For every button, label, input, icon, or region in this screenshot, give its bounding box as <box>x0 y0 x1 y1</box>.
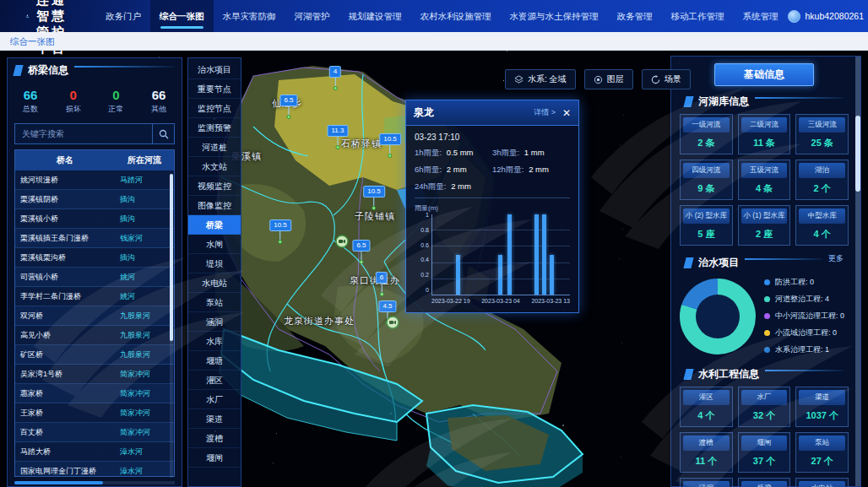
rain-metric: 6h雨量: 2 mm <box>415 165 492 176</box>
user-menu[interactable]: hkub42080261 ▼ <box>788 10 868 23</box>
table-row[interactable]: 栗溪镇栗沟桥 插沟 <box>15 248 174 268</box>
water-system-select[interactable]: 水系: 全域 <box>505 69 576 89</box>
nav-item[interactable]: 水资源与水土保持管理 <box>501 0 608 32</box>
close-icon[interactable]: ✕ <box>562 108 571 118</box>
river-name: 插沟 <box>115 214 174 225</box>
popup-detail-link[interactable]: 详情 > <box>534 107 556 118</box>
water-level-marker[interactable]: 6.5 <box>279 95 297 119</box>
section-accent <box>13 65 23 76</box>
table-row[interactable]: 栗溪镇阴桥 插沟 <box>15 190 174 209</box>
chart-y-ticks: 10.80.60.40.20 <box>415 212 431 293</box>
search-button[interactable] <box>152 124 174 143</box>
layer-toggle-button[interactable]: 图层 <box>584 69 633 89</box>
nav-item[interactable]: 农村水利设施管理 <box>411 0 501 32</box>
layer-menu-item[interactable]: 治水项目 <box>188 60 241 79</box>
water-level-marker[interactable]: 4 <box>329 66 341 90</box>
bridge-name: 吴家湾1号桥 <box>15 369 115 380</box>
nav-item[interactable]: 政务门户 <box>96 0 150 32</box>
layer-menu-item[interactable]: 堤坝 <box>188 254 241 273</box>
bridge-name: 矿区桥 <box>15 349 115 360</box>
nav-item[interactable]: 政务管理 <box>608 0 662 32</box>
table-row[interactable]: 姚河坝漫桥 马踏河 <box>15 170 174 190</box>
nav-item[interactable]: 移动工作管理 <box>662 0 734 32</box>
nav-item[interactable]: 系统管理 <box>734 0 788 32</box>
table-row[interactable]: 王家桥 简家冲河 <box>15 403 174 423</box>
layer-menu-item[interactable]: 水库 <box>188 332 241 351</box>
nav-item[interactable]: 规划建设管理 <box>339 0 411 32</box>
layer-menu-item[interactable]: 渠道 <box>188 409 241 429</box>
water-level-marker[interactable]: 10.5 <box>269 219 291 244</box>
map-controls: 水系: 全域 图层 场景 <box>505 69 691 89</box>
layer-menu-item[interactable]: 视频监控 <box>188 176 241 196</box>
table-row[interactable]: 吴家湾1号桥 简家冲河 <box>15 365 174 384</box>
layer-menu-item[interactable]: 监控节点 <box>188 99 241 118</box>
table-row[interactable]: 惠家桥 简家冲河 <box>15 384 174 403</box>
layer-menu-item[interactable]: 涵洞 <box>188 312 241 332</box>
layer-menu-item[interactable]: 渡槽 <box>188 429 241 448</box>
table-vertical-scrollbar[interactable] <box>170 174 173 478</box>
info-cell: 中型水库 4 个 <box>795 205 849 246</box>
table-row[interactable]: 双河桥 九股泉河 <box>15 306 174 326</box>
camera-marker-icon[interactable] <box>386 316 399 333</box>
main-nav: 政务门户 综合一张图 水旱灾害防御 河湖管护 规划建设管理 <box>96 0 788 32</box>
town-label: 龙泉街道办事处 <box>284 315 355 327</box>
bridge-name: 双河桥 <box>15 311 115 322</box>
divider <box>415 198 570 198</box>
layer-menu-item[interactable]: 灌区 <box>188 371 241 390</box>
layer-menu-item[interactable]: 河道桩 <box>188 138 241 157</box>
water-level-marker[interactable]: 10.5 <box>379 133 401 158</box>
layer-menu-item[interactable]: 水电站 <box>188 273 241 293</box>
layer-menu-item[interactable]: 堰闸 <box>188 448 241 468</box>
rain-metric: 12h雨量: 2 mm <box>492 165 570 176</box>
river-name: 九股泉河 <box>115 330 174 341</box>
layer-menu-item[interactable]: 堰塘 <box>188 351 241 371</box>
layer-menu-item[interactable]: 泵站 <box>188 293 241 312</box>
projects-donut-chart <box>680 279 756 354</box>
search-input[interactable] <box>15 124 152 143</box>
water-level-marker[interactable]: 6.5 <box>352 240 370 264</box>
panel-scrollbar[interactable] <box>855 57 860 486</box>
info-cell: 二级河流 11 条 <box>738 114 791 154</box>
table-row[interactable]: 马踏大桥 漳水河 <box>15 442 174 462</box>
camera-marker-icon[interactable] <box>335 235 349 252</box>
layer-menu-item[interactable]: 监测预警 <box>188 118 241 138</box>
water-level-marker[interactable]: 10.5 <box>363 186 385 210</box>
projects-more-link[interactable]: 更多 <box>828 253 844 264</box>
table-row[interactable]: 高见小桥 九股泉河 <box>15 326 174 345</box>
table-horizontal-scrollbar[interactable] <box>14 481 175 484</box>
table-row[interactable]: 国家电网理金门丁漫桥 漳水河 <box>15 462 174 476</box>
username: hkub42080261 <box>806 11 865 21</box>
basic-info-button[interactable]: 基础信息 <box>714 63 814 86</box>
projects-chart: 防洪工程: 0河道整治工程: 4中小河流治理工程: 0小流域治理工程: 0水系治… <box>678 273 850 362</box>
table-row[interactable]: 司营镇小桥 姚河 <box>15 268 174 287</box>
river-name: 漳水河 <box>115 446 174 457</box>
info-cell: 泵站 27 个 <box>795 432 849 473</box>
layer-menu-item[interactable]: 水文站 <box>188 157 241 176</box>
popup-timestamp: 03-23 17:10 <box>415 133 570 142</box>
table-row[interactable]: 栗溪镇插王条门漫桥 钱家河 <box>15 229 174 248</box>
legend-item: 中小河流治理工程: 0 <box>764 311 844 322</box>
layer-menu-item[interactable]: 桥梁 <box>188 215 241 235</box>
station-popup: 泉龙 详情 > ✕ 03-23 17:10 1h雨量: 0.5 mm 3h雨量: <box>405 100 579 313</box>
user-avatar-icon <box>788 10 800 23</box>
stat-item: 0 损坏 <box>59 88 88 115</box>
layer-menu-item[interactable]: 水厂 <box>188 390 241 409</box>
bridge-name: 国家电网理金门丁漫桥 <box>15 466 115 477</box>
layer-menu-item[interactable]: 图像监控 <box>188 196 241 215</box>
table-row[interactable]: 矿区桥 九股泉河 <box>15 345 174 365</box>
map-stage[interactable]: 仙居乡 石桥驿镇 栗溪镇 子陵铺镇 泉口街道办 龙泉街道办事处 4 <box>0 51 868 487</box>
river-name: 九股泉河 <box>115 311 174 322</box>
table-row[interactable]: 百丈桥 简家冲河 <box>15 423 174 442</box>
water-level-marker[interactable]: 11.3 <box>328 125 349 149</box>
nav-item[interactable]: 河湖管护 <box>285 0 339 32</box>
layer-menu-item[interactable]: 水闸 <box>188 235 241 254</box>
info-cell: 一级河流 2 条 <box>680 114 733 154</box>
table-row[interactable]: 李学村二条门漫桥 姚河 <box>15 287 174 306</box>
nav-item[interactable]: 综合一张图 <box>150 0 214 32</box>
table-row[interactable]: 栗溪镇小桥 插沟 <box>15 209 174 229</box>
scene-toggle-button[interactable]: 场景 <box>642 69 691 89</box>
nav-item[interactable]: 水旱灾害防御 <box>214 0 285 32</box>
layers-icon <box>514 75 524 84</box>
water-level-marker[interactable]: 6 <box>376 272 388 296</box>
layer-menu-item[interactable]: 重要节点 <box>188 79 241 99</box>
